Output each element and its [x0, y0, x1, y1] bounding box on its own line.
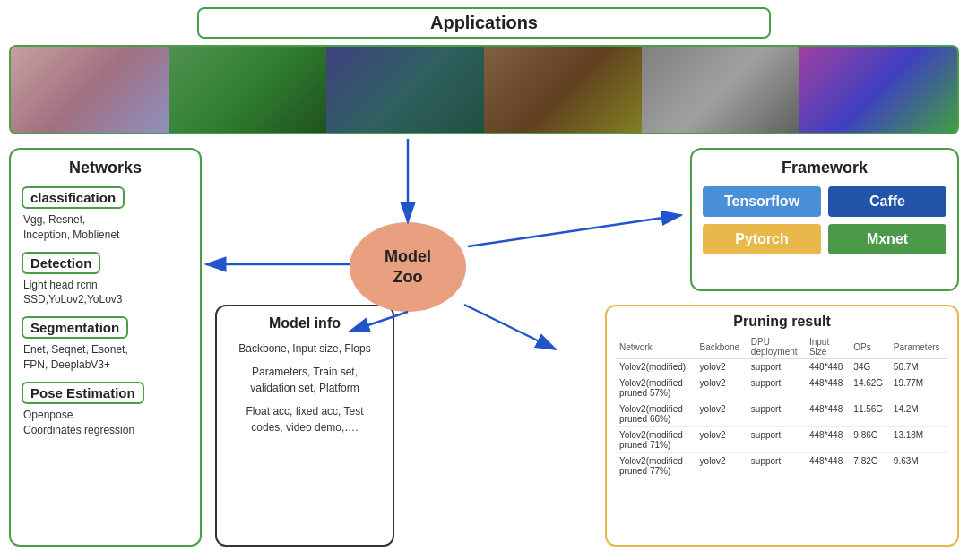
pruning-table: Network Backbone DPUdeployment InputSize…: [616, 335, 948, 478]
model-info-line3: Float acc, fixed acc, Testcodes, video d…: [228, 403, 382, 435]
items-classification: Vgg, Resnet,Inception, Moblienet: [23, 212, 189, 243]
image-cell-seg: [799, 47, 957, 133]
col-ops: OPs: [850, 335, 890, 359]
col-input: InputSize: [806, 335, 850, 359]
arrow-right-to-framework: [468, 215, 681, 246]
image-strip: [9, 45, 959, 134]
col-dpu: DPUdeployment: [748, 335, 806, 359]
image-cell-face: [11, 47, 169, 133]
table-row: Yolov2(modifiedpruned 57%) yolov2 suppor…: [616, 375, 948, 401]
model-info-line2: Parameters, Train set,validation set, Pl…: [228, 364, 382, 396]
table-row: Yolov2(modified) yolov2 support 448*448 …: [616, 359, 948, 375]
image-cell-road1: [326, 47, 484, 133]
pruning-title: Pruning result: [616, 314, 948, 330]
items-segmentation: Enet, Seqnet, Esonet,FPN, DeeplabV3+: [23, 342, 189, 373]
category-classification: classification: [22, 186, 125, 209]
col-params: Parameters: [890, 335, 948, 359]
image-cell-car: [642, 47, 799, 133]
mxnet-button[interactable]: Mxnet: [828, 224, 946, 254]
items-pose-estimation: OpenposeCoordinates regression: [23, 408, 189, 438]
category-pose-estimation: Pose Estimation: [22, 382, 144, 404]
framework-grid: Tensorflow Caffe Pytorch Mxnet: [703, 186, 946, 254]
pruning-box: Pruning result Network Backbone DPUdeplo…: [605, 305, 959, 547]
caffe-button[interactable]: Caffe: [828, 186, 946, 217]
category-detection: Detection: [22, 252, 100, 274]
model-info-title: Model info: [228, 315, 382, 332]
image-cell-road2: [484, 47, 642, 133]
table-row: Yolov2(modifiedpruned 66%) yolov2 suppor…: [616, 401, 948, 427]
model-zoo-circle: ModelZoo: [350, 222, 466, 312]
category-segmentation: Segmentation: [22, 316, 128, 339]
image-cell-crowd: [169, 47, 326, 133]
applications-box: Applications: [197, 7, 771, 39]
framework-box: Framework Tensorflow Caffe Pytorch Mxnet: [690, 148, 959, 291]
networks-title: Networks: [22, 159, 189, 177]
pytorch-button[interactable]: Pytorch: [703, 224, 821, 254]
model-info-box: Model info Backbone, Input size, Flops P…: [215, 305, 394, 547]
framework-title: Framework: [703, 159, 946, 177]
model-info-line1: Backbone, Input size, Flops: [228, 340, 382, 357]
networks-box: Networks classification Vgg, Resnet,Ince…: [9, 148, 202, 547]
items-detection: Light head rcnn,SSD,YoLov2,YoLov3: [23, 278, 189, 308]
applications-title: Applications: [430, 13, 538, 32]
col-backbone: Backbone: [696, 335, 748, 359]
tensorflow-button[interactable]: Tensorflow: [703, 186, 821, 217]
table-row: Yolov2(modifiedpruned 71%) yolov2 suppor…: [616, 427, 948, 453]
table-row: Yolov2(modifiedpruned 77%) yolov2 suppor…: [616, 453, 948, 479]
arrow-to-pruning: [464, 305, 556, 349]
col-network: Network: [616, 335, 696, 359]
